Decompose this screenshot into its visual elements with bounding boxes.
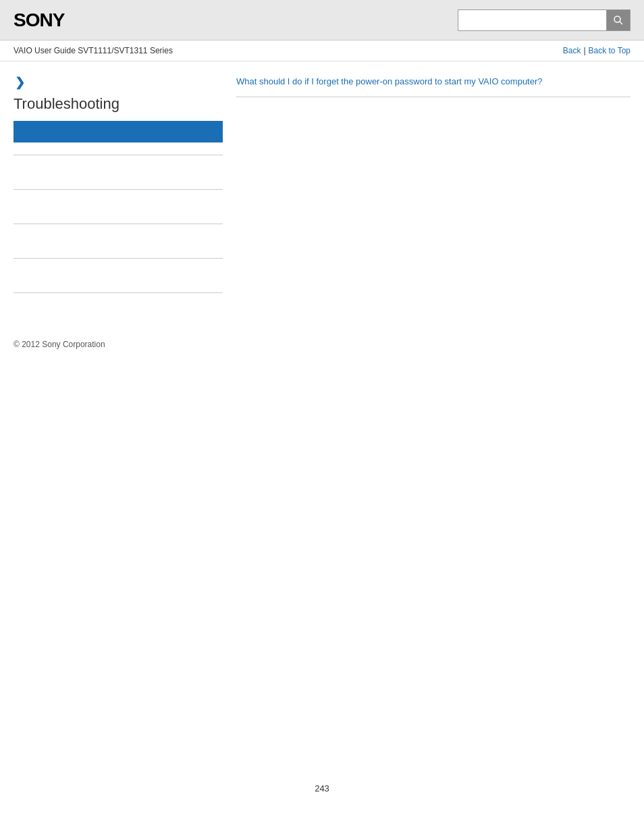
search-icon [613,15,624,26]
search-input[interactable] [458,9,606,31]
nav-links: Back | Back to Top [563,46,630,55]
search-area [458,9,630,31]
sidebar-divider-2 [14,189,223,190]
back-link[interactable]: Back [563,46,581,55]
sidebar-item-4 [14,271,223,280]
svg-line-1 [620,22,622,24]
sidebar: ❯ Troubleshooting [14,75,223,305]
sidebar-item-2 [14,202,223,211]
sidebar-divider-5 [14,292,223,293]
search-button[interactable] [606,9,630,31]
sidebar-chevron: ❯ [15,75,223,90]
guide-title: VAIO User Guide SVT1111/SVT1311 Series [14,46,173,55]
footer: © 2012 Sony Corporation [0,325,644,363]
nav-separator: | [583,46,585,55]
sidebar-divider-4 [14,258,223,259]
sidebar-item-1 [14,167,223,177]
page-number: 243 [301,770,343,807]
content-link-1[interactable]: What should I do if I forget the power-o… [236,75,630,88]
back-to-top-link[interactable]: Back to Top [589,46,630,55]
content-area: What should I do if I forget the power-o… [236,75,630,305]
sidebar-highlight [14,121,223,142]
sidebar-divider-1 [14,155,223,155]
sidebar-divider-3 [14,224,223,224]
svg-point-0 [614,16,620,22]
sidebar-title: Troubleshooting [14,95,223,113]
nav-bar: VAIO User Guide SVT1111/SVT1311 Series B… [0,41,644,61]
sidebar-item-3 [14,236,223,246]
content-divider [236,97,630,97]
header: SONY [0,0,644,41]
main-content: ❯ Troubleshooting What should I do if I … [0,61,644,319]
copyright-text: © 2012 Sony Corporation [14,340,105,349]
sony-logo: SONY [14,9,64,31]
